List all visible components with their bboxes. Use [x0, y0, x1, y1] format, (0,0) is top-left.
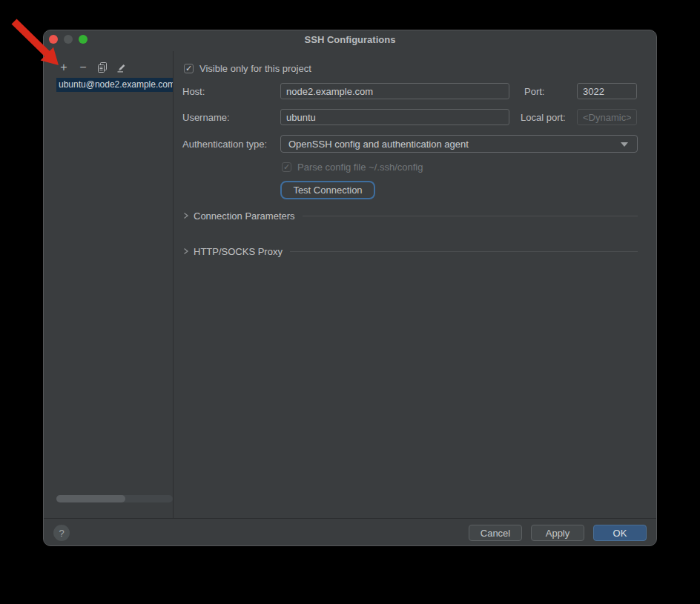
auth-type-label: Authentication type:	[182, 139, 267, 150]
plus-icon: +	[60, 61, 67, 74]
visible-project-checkbox[interactable]: ✓ Visible only for this project	[184, 63, 311, 74]
host-label: Host:	[182, 86, 205, 97]
section-http-socks-proxy[interactable]: HTTP/SOCKS Proxy	[182, 245, 638, 257]
pencil-icon	[116, 62, 127, 73]
ssh-configurations-dialog: SSH Configurations + − ubuntu@node2	[43, 30, 657, 546]
section-label: HTTP/SOCKS Proxy	[194, 246, 283, 257]
username-input[interactable]	[280, 109, 509, 125]
section-connection-parameters[interactable]: Connection Parameters	[182, 210, 638, 222]
local-port-label: Local port:	[521, 112, 566, 123]
auth-type-value: OpenSSH config and authentication agent	[288, 139, 469, 150]
dialog-title: SSH Configurations	[44, 30, 656, 50]
sidebar-divider	[173, 51, 174, 518]
section-divider	[290, 251, 638, 252]
copy-icon	[98, 62, 108, 73]
test-connection-button[interactable]: Test Connection	[280, 181, 375, 199]
ok-button[interactable]: OK	[593, 525, 647, 541]
local-port-input	[577, 109, 637, 125]
host-input[interactable]	[280, 83, 509, 99]
apply-button[interactable]: Apply	[531, 525, 584, 541]
copy-button[interactable]	[96, 61, 109, 74]
parse-config-label: Parse config file ~/.ssh/config	[297, 162, 423, 173]
help-button[interactable]: ?	[53, 525, 70, 541]
horizontal-scrollbar[interactable]	[56, 495, 173, 502]
remove-button[interactable]: −	[76, 61, 90, 74]
add-button[interactable]: +	[57, 61, 70, 74]
footer-divider	[44, 518, 656, 519]
visible-project-label: Visible only for this project	[199, 63, 311, 74]
section-label: Connection Parameters	[194, 210, 295, 222]
checkbox-checked-icon: ✓	[184, 64, 194, 73]
port-input[interactable]	[577, 83, 637, 99]
question-mark-icon: ?	[59, 528, 64, 539]
port-label: Port:	[524, 86, 544, 97]
username-label: Username:	[182, 112, 230, 123]
edit-button[interactable]	[115, 61, 128, 74]
chevron-right-icon	[182, 212, 189, 219]
chevron-right-icon	[182, 248, 189, 255]
parse-config-checkbox: ✓ Parse config file ~/.ssh/config	[282, 162, 423, 173]
scrollbar-thumb[interactable]	[56, 495, 125, 502]
checkbox-checked-disabled-icon: ✓	[282, 162, 291, 172]
list-item[interactable]: ubuntu@node2.example.com	[56, 78, 173, 92]
cancel-button[interactable]: Cancel	[469, 525, 522, 541]
auth-type-select[interactable]: OpenSSH config and authentication agent	[280, 135, 638, 153]
minus-icon: −	[79, 61, 86, 74]
title-bar: SSH Configurations	[44, 30, 656, 50]
section-divider	[303, 216, 638, 216]
chevron-down-icon	[621, 142, 628, 147]
footer-buttons: Cancel Apply OK	[469, 525, 647, 541]
